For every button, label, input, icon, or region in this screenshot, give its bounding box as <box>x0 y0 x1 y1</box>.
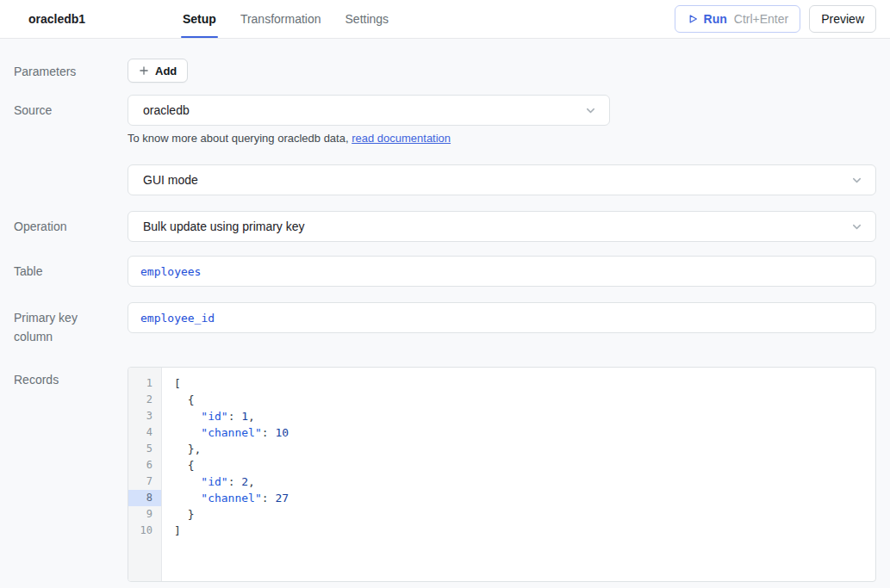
run-button[interactable]: Run Ctrl+Enter <box>675 5 801 33</box>
code-token-punct: [ <box>174 377 181 390</box>
mode-label-spacer <box>14 164 128 195</box>
query-name[interactable]: oracledb1 <box>14 0 183 38</box>
code-token-punct: : <box>228 475 242 488</box>
line-number: 3 <box>128 408 161 424</box>
code-token-punct: { <box>174 459 194 472</box>
code-line[interactable]: "channel": 10 <box>174 424 875 441</box>
table-input-value: employees <box>140 265 201 278</box>
records-row: Records 12345678910 [ { "id": 1, "channe… <box>14 367 876 582</box>
line-number: 1 <box>128 375 161 392</box>
line-number: 5 <box>128 441 161 457</box>
mode-select-value: GUI mode <box>143 173 198 187</box>
code-line[interactable]: "id": 1, <box>174 408 875 424</box>
code-token-punct: : <box>262 492 276 504</box>
operation-label: Operation <box>14 211 128 242</box>
table-input[interactable]: employees <box>128 256 876 287</box>
parameters-row: Parameters Add <box>14 59 876 83</box>
source-row: Source oracledb To know more about query… <box>14 95 876 145</box>
code-line[interactable]: "id": 2, <box>174 473 875 490</box>
code-token-punct: : <box>228 410 242 423</box>
code-token-key: "channel" <box>201 426 261 439</box>
play-icon <box>687 13 699 25</box>
tab-bar: Setup Transformation Settings <box>183 0 389 38</box>
code-token-key: "channel" <box>201 492 261 504</box>
tab-transformation[interactable]: Transformation <box>240 0 321 38</box>
add-parameter-label: Add <box>155 65 177 77</box>
table-label: Table <box>14 256 128 287</box>
code-token-num: 10 <box>275 426 289 439</box>
line-number: 8 <box>128 490 161 506</box>
source-label: Source <box>14 95 128 145</box>
records-gutter: 12345678910 <box>128 368 162 581</box>
code-token-punct <box>174 475 201 488</box>
operation-row: Operation Bulk update using primary key <box>14 211 876 242</box>
code-token-punct <box>174 410 201 423</box>
read-documentation-link[interactable]: read documentation <box>352 132 451 145</box>
table-row-field: Table employees <box>14 256 876 287</box>
tab-setup[interactable]: Setup <box>183 0 216 38</box>
run-label: Run <box>704 12 727 26</box>
code-token-punct <box>174 492 201 504</box>
header-actions: Run Ctrl+Enter Preview <box>675 0 876 38</box>
primary-key-input-value: employee_id <box>140 312 215 325</box>
chevron-down-icon <box>584 104 597 117</box>
tab-settings[interactable]: Settings <box>345 0 389 38</box>
primary-key-label: Primary key column <box>14 302 128 346</box>
source-select[interactable]: oracledb <box>128 95 610 126</box>
code-token-punct: }, <box>174 443 201 455</box>
operation-select-value: Bulk update using primary key <box>143 220 305 233</box>
primary-key-input[interactable]: employee_id <box>128 302 876 333</box>
code-token-num: 27 <box>275 492 289 504</box>
code-token-punct <box>174 426 201 439</box>
line-number: 10 <box>128 523 161 539</box>
source-help-text: To know more about querying oracledb dat… <box>128 132 876 145</box>
code-token-punct: : <box>262 426 276 439</box>
line-number: 2 <box>128 392 161 408</box>
records-label: Records <box>14 367 128 582</box>
line-number: 4 <box>128 424 161 441</box>
chevron-down-icon <box>850 220 863 233</box>
plus-icon <box>139 65 149 76</box>
code-token-num: 1 <box>241 410 248 423</box>
records-code[interactable]: [ { "id": 1, "channel": 10 }, { "id": 2,… <box>162 368 875 581</box>
query-setup-form: Parameters Add Source oracledb <box>0 39 890 582</box>
code-token-punct: ] <box>174 524 181 537</box>
parameters-label: Parameters <box>14 59 128 83</box>
records-editor[interactable]: 12345678910 [ { "id": 1, "channel": 10 }… <box>128 367 876 582</box>
chevron-down-icon <box>850 174 863 187</box>
operation-select[interactable]: Bulk update using primary key <box>128 211 876 242</box>
source-select-value: oracledb <box>143 103 190 117</box>
line-number: 7 <box>128 473 161 490</box>
query-editor-header: oracledb1 Setup Transformation Settings … <box>0 0 890 39</box>
code-token-punct: , <box>248 410 255 423</box>
code-token-punct: } <box>174 508 194 521</box>
source-help-prefix: To know more about querying oracledb dat… <box>128 132 352 145</box>
preview-button[interactable]: Preview <box>809 5 876 33</box>
code-line[interactable]: { <box>174 392 875 408</box>
add-parameter-button[interactable]: Add <box>128 59 188 83</box>
code-line[interactable]: [ <box>174 375 875 392</box>
code-token-key: "id" <box>201 475 227 488</box>
primary-key-row: Primary key column employee_id <box>14 302 876 346</box>
code-line[interactable]: "channel": 27 <box>174 490 875 506</box>
code-token-key: "id" <box>201 410 227 423</box>
code-line[interactable]: } <box>174 506 875 523</box>
mode-row: GUI mode <box>14 164 876 195</box>
code-line[interactable]: { <box>174 457 875 473</box>
line-number: 9 <box>128 506 161 523</box>
code-line[interactable]: }, <box>174 441 875 457</box>
code-line[interactable]: ] <box>174 523 875 539</box>
run-shortcut: Ctrl+Enter <box>734 12 788 26</box>
code-token-punct: { <box>174 393 194 406</box>
code-token-punct: , <box>248 475 255 488</box>
mode-select[interactable]: GUI mode <box>128 164 876 195</box>
line-number: 6 <box>128 457 161 473</box>
code-token-num: 2 <box>241 475 248 488</box>
